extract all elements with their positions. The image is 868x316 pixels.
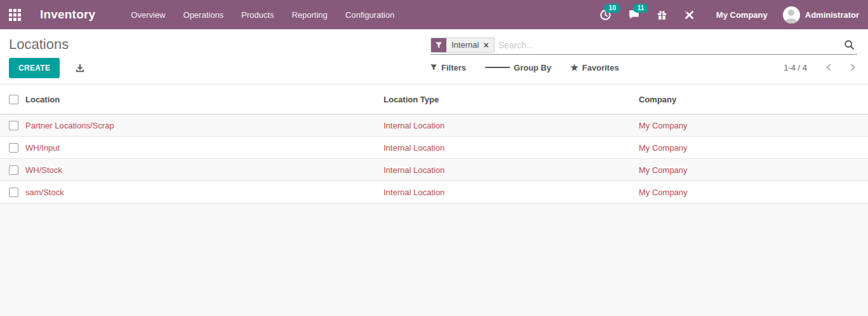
column-header-company[interactable]: Company xyxy=(639,85,868,114)
select-all-checkbox[interactable] xyxy=(9,95,18,104)
user-name: Administrator xyxy=(805,10,859,20)
pager-range: 1-4 / 4 xyxy=(784,63,807,72)
systray: 10 11 My Company xyxy=(588,6,859,24)
table-row[interactable]: WH/Stock Internal Location My Company xyxy=(0,159,868,181)
messages-badge: 11 xyxy=(633,4,649,13)
tools-icon xyxy=(684,10,695,20)
pager-next-button[interactable] xyxy=(845,61,858,74)
control-panel-buttons: CREATE xyxy=(9,58,88,78)
app-brand[interactable]: Inventory xyxy=(40,8,95,22)
app-menu: Overview Operations Products Reporting C… xyxy=(122,1,403,29)
search-bar: Internal × xyxy=(431,36,857,55)
whats-new-button[interactable] xyxy=(651,7,672,23)
select-all-cell xyxy=(0,85,25,114)
create-button[interactable]: CREATE xyxy=(9,58,60,78)
messages-button[interactable]: 11 xyxy=(623,6,645,23)
groupby-button[interactable]: Group By xyxy=(485,63,551,72)
activities-badge: 10 xyxy=(604,4,620,13)
download-icon xyxy=(75,63,85,73)
table-row[interactable]: sam/Stock Internal Location My Company xyxy=(0,181,868,203)
user-menu[interactable]: Administrator xyxy=(783,6,859,24)
facet-label: Internal xyxy=(451,40,479,50)
facet-filter-icon xyxy=(431,38,446,52)
column-header-location-type[interactable]: Location Type xyxy=(384,85,639,114)
table-header-row: Location Location Type Company xyxy=(0,85,868,114)
gift-icon xyxy=(657,10,667,20)
nav-item-overview[interactable]: Overview xyxy=(122,1,174,29)
export-button[interactable] xyxy=(72,60,88,76)
search-button[interactable] xyxy=(841,38,857,52)
cell-company: My Company xyxy=(639,114,868,137)
filters-button[interactable]: Filters xyxy=(430,63,466,72)
locations-table: Location Location Type Company Partner L… xyxy=(0,85,868,203)
control-panel: Locations Internal × CREATE xyxy=(0,29,868,85)
favorites-button[interactable]: ★ Favorites xyxy=(570,63,618,72)
nav-item-configuration[interactable]: Configuration xyxy=(337,1,403,29)
search-icon xyxy=(844,39,855,50)
cell-location: Partner Locations/Scrap xyxy=(25,114,384,137)
filter-facet-internal: Internal × xyxy=(431,38,495,53)
filter-funnel-icon xyxy=(430,64,437,71)
table-row[interactable]: WH/Input Internal Location My Company xyxy=(0,137,868,159)
cell-location-type: Internal Location xyxy=(384,159,639,181)
table-row[interactable]: Partner Locations/Scrap Internal Locatio… xyxy=(0,114,868,137)
column-header-location[interactable]: Location xyxy=(25,85,384,114)
top-navbar: Inventory Overview Operations Products R… xyxy=(0,0,868,29)
row-checkbox[interactable] xyxy=(9,165,18,175)
star-icon: ★ xyxy=(570,63,578,72)
cell-company: My Company xyxy=(639,137,868,159)
cell-location: WH/Input xyxy=(25,137,384,159)
cell-company: My Company xyxy=(639,181,868,203)
avatar xyxy=(783,6,800,24)
cell-location-type: Internal Location xyxy=(384,137,639,159)
cell-location-type: Internal Location xyxy=(384,114,639,137)
row-checkbox[interactable] xyxy=(9,143,18,153)
apps-menu-icon[interactable] xyxy=(9,9,21,21)
chevron-right-icon xyxy=(848,64,855,71)
cell-company: My Company xyxy=(639,159,868,181)
pager-previous-button[interactable] xyxy=(824,61,836,74)
activities-button[interactable]: 10 xyxy=(594,6,617,24)
nav-item-reporting[interactable]: Reporting xyxy=(283,1,336,29)
row-checkbox[interactable] xyxy=(9,188,18,197)
chevron-left-icon xyxy=(826,64,833,71)
search-input[interactable] xyxy=(498,40,841,50)
nav-item-products[interactable]: Products xyxy=(232,1,283,29)
debug-tools-button[interactable] xyxy=(679,7,700,23)
company-switcher[interactable]: My Company xyxy=(710,8,774,22)
cell-location: WH/Stock xyxy=(25,159,384,181)
cell-location-type: Internal Location xyxy=(384,181,639,203)
groupby-bars-icon xyxy=(485,65,510,69)
cell-location: sam/Stock xyxy=(25,181,384,203)
page-title: Locations xyxy=(9,36,69,53)
facet-remove-icon[interactable]: × xyxy=(483,41,488,50)
search-options: Filters Group By ★ Favorites xyxy=(430,58,638,77)
row-checkbox[interactable] xyxy=(9,121,18,130)
nav-item-operations[interactable]: Operations xyxy=(175,1,233,29)
pager: 1-4 / 4 xyxy=(784,58,858,77)
